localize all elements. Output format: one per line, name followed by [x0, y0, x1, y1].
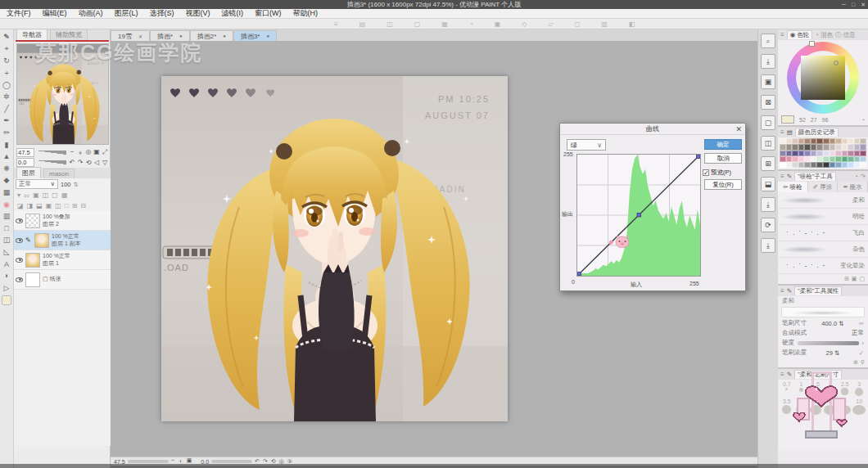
history-color-swatch[interactable] — [786, 156, 793, 162]
toolbar-icon[interactable]: ◫ — [387, 20, 393, 28]
history-color-swatch[interactable] — [798, 138, 805, 144]
brush-size-cell[interactable]: 10 — [852, 398, 866, 415]
toolbar-icon[interactable]: ▣ — [495, 20, 501, 28]
curves-graph[interactable] — [576, 154, 701, 277]
history-color-swatch[interactable] — [816, 162, 823, 168]
subtool-item[interactable]: 明暗 — [778, 209, 868, 225]
subtool-item[interactable]: 飞白 — [778, 225, 868, 241]
history-color-swatch[interactable] — [786, 144, 793, 150]
tab-color-wheel[interactable]: ◉ 色轮 — [787, 30, 813, 39]
subtool-footer-icon[interactable]: ▢ — [859, 276, 865, 282]
navigator-rotate-button[interactable]: ▽ — [101, 159, 109, 166]
history-color-swatch[interactable] — [842, 151, 848, 156]
layer-thumbnail[interactable] — [34, 233, 49, 248]
history-color-swatch[interactable] — [786, 138, 793, 144]
history-color-swatch[interactable] — [804, 162, 811, 168]
panel-shortcut-icon[interactable]: ▢ — [761, 115, 775, 130]
menu-item[interactable]: 帮助(H) — [293, 8, 319, 19]
history-color-swatch[interactable] — [835, 156, 842, 162]
menu-item[interactable]: 滤镜(I) — [222, 8, 244, 19]
tool-property-row[interactable]: 合成模式正常 — [778, 328, 868, 338]
frame-tool-icon[interactable]: ◫ — [1, 234, 12, 246]
balloon-tool-icon[interactable]: ◗ — [1, 270, 12, 282]
layer-row[interactable]: 100 %叠加图层 2 — [14, 211, 111, 231]
history-color-swatch[interactable] — [792, 144, 798, 150]
navigator-zoom-value[interactable]: 47.5 — [16, 148, 34, 157]
pen-pressure-icon[interactable]: ✓ — [859, 349, 864, 357]
history-color-swatch[interactable] — [830, 144, 836, 150]
layers-filter-icon[interactable]: ▣ — [33, 191, 39, 199]
subtool-footer-icon[interactable]: ▣ — [852, 276, 857, 282]
brush-tool-icon[interactable]: ✎ — [1, 31, 12, 43]
history-color-swatch[interactable] — [860, 144, 866, 150]
cancel-button[interactable]: 取消 — [704, 153, 742, 164]
history-color-swatch[interactable] — [842, 138, 848, 144]
panel-shortcut-icon[interactable]: ◫ — [761, 136, 775, 151]
menu-item[interactable]: 动画(A) — [79, 8, 103, 19]
tab-color-mixer[interactable]: ◔ 混色 — [815, 31, 833, 39]
tab-close-icon[interactable]: ✕ — [138, 34, 142, 39]
history-color-swatch[interactable] — [780, 144, 786, 150]
history-color-swatch[interactable] — [835, 144, 842, 150]
panel-menu-icon[interactable]: ≡ — [780, 287, 784, 295]
move-tool-icon[interactable]: ＋ — [1, 67, 12, 79]
layer-thumbnail[interactable] — [25, 253, 40, 268]
color-wheel[interactable] — [778, 40, 868, 115]
panel-shortcut-icon[interactable]: ⊠ — [761, 95, 775, 110]
history-color-swatch[interactable] — [780, 162, 786, 168]
undo-icon[interactable]: ◔ — [854, 173, 858, 180]
tab-navigator[interactable]: 导航器 — [16, 29, 47, 40]
layers-filter-icon[interactable]: ▾ — [17, 191, 20, 199]
history-color-swatch[interactable] — [786, 151, 793, 156]
navigator-zoom-button[interactable]: ＋ — [76, 148, 84, 157]
layer-visibility-eye-icon[interactable] — [16, 218, 23, 223]
toolbar-icon[interactable]: ◔ — [469, 20, 473, 28]
tool-property-row[interactable]: 笔刷浓度29 ⇅✓ — [778, 348, 868, 358]
airbrush-tool-icon[interactable]: ▲ — [1, 151, 12, 163]
layer-thumbnail[interactable] — [25, 272, 40, 287]
subtool-category-tab[interactable]: ✑喷枪 — [778, 182, 808, 192]
history-color-swatch[interactable] — [854, 156, 861, 162]
toolbar-icon[interactable]: ▢ — [414, 20, 421, 28]
figure-tool-icon[interactable]: □ — [1, 223, 12, 235]
tab-modified-icon[interactable]: ● — [266, 34, 269, 38]
navigator-rotate-slider[interactable] — [36, 160, 66, 164]
history-color-swatch[interactable] — [823, 156, 830, 162]
history-color-swatch[interactable] — [816, 138, 823, 144]
pen-pressure-icon[interactable]: ✑ — [859, 320, 864, 327]
menu-item[interactable]: 窗口(W) — [255, 8, 282, 19]
history-color-swatch[interactable] — [830, 151, 836, 156]
fill-tool-icon[interactable]: ◉ — [1, 198, 12, 210]
layers-action-icon[interactable]: ◪ — [17, 202, 24, 209]
history-color-swatch[interactable] — [798, 162, 805, 168]
menu-item[interactable]: 选择(S) — [150, 8, 174, 19]
tool-property-footer-icon[interactable]: ⚲ — [861, 359, 865, 366]
history-color-swatch[interactable] — [860, 156, 866, 162]
toolbar-icon[interactable]: ◻ — [575, 20, 581, 28]
canvas-artwork[interactable] — [161, 76, 508, 421]
layers-action-icon[interactable]: ▣ — [46, 202, 52, 209]
layer-thumbnail[interactable] — [25, 214, 40, 228]
layers-opacity-value[interactable]: 100 — [61, 181, 71, 188]
history-color-swatch[interactable] — [860, 151, 866, 156]
history-color-swatch[interactable] — [854, 138, 861, 144]
navigator-zoom-button[interactable]: − — [68, 148, 76, 157]
blend-mode-select[interactable]: 正常∨ — [16, 179, 58, 189]
navigator-zoom-button[interactable]: ⤢ — [101, 148, 109, 157]
history-color-swatch[interactable] — [798, 156, 805, 162]
redo-icon[interactable]: ↷ — [861, 173, 866, 180]
navigator-rotate-value[interactable]: 0.0 — [16, 158, 34, 167]
history-color-swatch[interactable] — [823, 162, 830, 168]
blend-tool-icon[interactable]: ▦ — [1, 187, 12, 199]
toolbar-icon[interactable]: ≡ — [334, 20, 338, 28]
operation-tool-icon[interactable]: ▷ — [1, 281, 12, 294]
document-tab[interactable]: 插画3*● — [233, 30, 277, 41]
layers-action-icon[interactable]: ◫ — [55, 202, 61, 209]
history-color-swatch[interactable] — [792, 138, 798, 144]
navigator-rotate-button[interactable]: ◁ — [93, 159, 101, 166]
history-color-swatch[interactable] — [854, 162, 861, 168]
toolbar-icon[interactable]: ▱ — [548, 20, 553, 28]
layer-row[interactable]: ▢ 纸张 — [14, 270, 111, 290]
minimize-icon[interactable]: ─ — [842, 2, 846, 7]
panel-shortcut-icon[interactable]: ⌕ — [761, 34, 775, 48]
